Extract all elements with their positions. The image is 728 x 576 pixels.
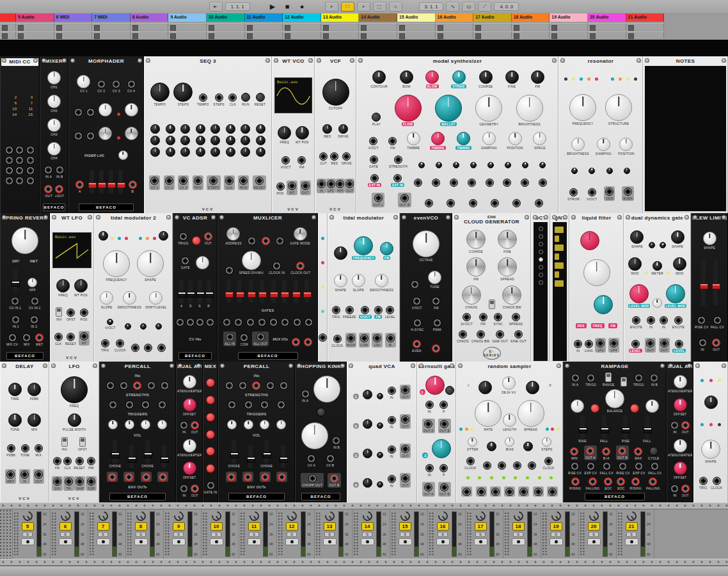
trig-jack[interactable] (332, 306, 340, 314)
tone-jack[interactable] (21, 444, 29, 452)
shape-knob[interactable] (137, 250, 164, 277)
patch-jack[interactable] (144, 344, 152, 352)
brightness-knob[interactable] (516, 95, 543, 122)
tempo-knob[interactable] (150, 83, 170, 102)
knob-knob[interactable] (539, 162, 546, 168)
clip-slot[interactable] (168, 31, 207, 38)
pan-knob[interactable] (59, 509, 72, 523)
track-number-badge[interactable]: 9 (173, 522, 185, 531)
rise-cv-jack[interactable] (571, 462, 579, 470)
record-arm-button[interactable] (625, 538, 638, 545)
track-number-badge[interactable]: 13 (324, 522, 336, 531)
reset-jack[interactable] (75, 457, 84, 465)
even-jack[interactable] (413, 340, 421, 348)
speed-div-mult-knob[interactable] (242, 251, 261, 270)
fader[interactable] (232, 440, 236, 463)
patch-jack[interactable] (125, 473, 133, 481)
ext-in-jack[interactable] (393, 174, 402, 182)
rise-cv-jack[interactable] (697, 316, 706, 324)
fine-knob[interactable] (505, 70, 519, 84)
timbre-knob[interactable] (407, 132, 420, 145)
trig-jack[interactable] (699, 477, 708, 485)
reset-jack[interactable] (67, 333, 75, 341)
mix-knob[interactable] (28, 413, 41, 427)
track-number-badge[interactable]: 21 (626, 522, 638, 531)
clip-slot[interactable] (550, 23, 588, 30)
in-b-jack[interactable] (56, 166, 64, 174)
knob-knob[interactable] (571, 399, 584, 413)
sync-jack[interactable] (494, 313, 502, 321)
in-jack[interactable] (317, 180, 326, 188)
track-header-12-audio[interactable]: 12 Audio (283, 13, 321, 22)
knob-knob[interactable] (704, 396, 718, 409)
track-header-21-audio[interactable]: 21 Audio (626, 13, 665, 22)
clip-slot[interactable] (245, 31, 283, 38)
in-a-jack[interactable] (44, 166, 52, 174)
in-jack[interactable] (20, 470, 29, 479)
offset-knob[interactable] (183, 461, 196, 475)
pw-jack[interactable] (87, 457, 95, 465)
fader[interactable] (623, 415, 628, 438)
solo-button[interactable]: S (589, 532, 599, 537)
pan-knob[interactable] (210, 509, 223, 523)
knob-knob[interactable] (571, 168, 578, 174)
in-jack[interactable] (647, 316, 655, 324)
push-button[interactable] (206, 378, 215, 387)
fm-knob[interactable] (531, 70, 544, 84)
track-number-badge[interactable]: 12 (286, 522, 298, 531)
strike-knob[interactable] (452, 70, 466, 84)
patch-jack[interactable] (5, 156, 13, 164)
low-jack[interactable] (360, 334, 368, 342)
patch-jack[interactable] (131, 344, 139, 352)
record-arm-button[interactable] (210, 538, 223, 545)
mix-jack[interactable] (22, 333, 31, 342)
mix-cv-jack[interactable] (8, 333, 17, 342)
rising-jack[interactable] (571, 477, 580, 486)
inv-switch[interactable] (56, 307, 62, 317)
pan-knob[interactable] (550, 509, 563, 523)
deja-vu-knob[interactable] (502, 376, 516, 390)
knob-knob[interactable] (150, 147, 160, 157)
drive-knob[interactable] (338, 124, 348, 134)
fall-cv-jack[interactable] (651, 462, 659, 470)
knob-knob[interactable] (301, 422, 328, 449)
record-arm-button[interactable] (59, 538, 72, 545)
patch-jack[interactable] (432, 179, 440, 187)
bias-knob[interactable] (505, 437, 514, 447)
fader[interactable] (207, 280, 211, 303)
v-oct-jack[interactable] (369, 137, 377, 145)
in-jack[interactable] (388, 387, 396, 395)
rise-cv-jack[interactable] (619, 462, 627, 470)
clk-jack[interactable] (63, 457, 72, 465)
patch-jack[interactable] (305, 318, 313, 326)
in-a-jack[interactable] (301, 390, 310, 398)
patch-jack[interactable] (548, 488, 557, 496)
clip-slot[interactable] (207, 23, 245, 30)
patch-jack[interactable] (252, 381, 260, 390)
knob-knob[interactable] (256, 124, 265, 134)
patch-jack[interactable] (244, 473, 252, 481)
knob-knob[interactable] (150, 124, 160, 134)
fm-jack[interactable] (297, 156, 306, 164)
track-number-badge[interactable]: 10 (210, 522, 223, 531)
fader[interactable] (701, 260, 706, 306)
in-jack[interactable] (180, 421, 188, 429)
in-jack[interactable] (670, 484, 679, 493)
pan-knob[interactable] (248, 509, 261, 523)
knob-knob[interactable] (377, 422, 383, 429)
patch-jack[interactable] (141, 401, 150, 409)
fader[interactable] (198, 280, 202, 303)
cutoff-knob[interactable] (322, 79, 349, 106)
cv-in-2-jack[interactable] (31, 297, 39, 305)
chaos-bw-knob[interactable] (502, 285, 521, 305)
patch-jack[interactable] (234, 318, 242, 326)
pan-knob[interactable] (399, 509, 412, 523)
patch-jack[interactable] (425, 199, 433, 207)
clip-slot[interactable] (207, 31, 245, 38)
inv-switch[interactable] (61, 437, 68, 447)
out-a-jack[interactable] (424, 483, 432, 492)
high-jack[interactable] (347, 334, 355, 342)
knob-knob[interactable] (210, 147, 220, 157)
in-jack[interactable] (425, 401, 434, 409)
fader[interactable] (162, 445, 166, 468)
